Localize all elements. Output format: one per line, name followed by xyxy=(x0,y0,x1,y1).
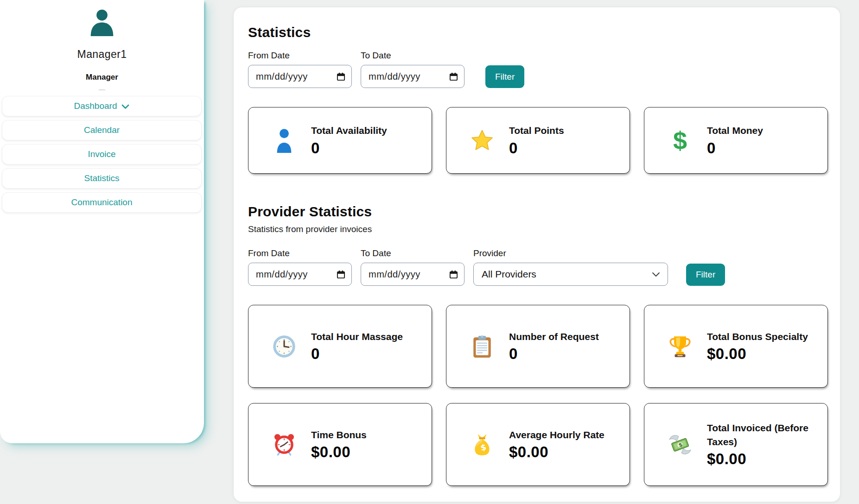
provider-select[interactable]: All Providers xyxy=(473,263,668,286)
sidebar-nav: Dashboard Calendar Invoice Statistics Co… xyxy=(0,96,204,213)
sidebar-item-dashboard[interactable]: Dashboard xyxy=(2,96,202,116)
stat-title: Number of Request xyxy=(509,330,599,343)
chevron-down-icon xyxy=(121,104,129,109)
date-placeholder: mm/dd/yyyy xyxy=(369,71,420,82)
dollar-icon: $ xyxy=(673,128,687,153)
user-role: Manager xyxy=(0,73,204,82)
provider-statistics-heading: Provider Statistics xyxy=(248,204,840,220)
stat-value: 0 xyxy=(509,139,564,157)
to-date-label: To Date xyxy=(361,248,464,258)
stat-title: Total Points xyxy=(509,124,564,137)
sidebar-item-communication[interactable]: Communication xyxy=(2,192,202,213)
sidebar-item-statistics[interactable]: Statistics xyxy=(2,168,202,189)
statistics-filter-row: From Date mm/dd/yyyy To Date mm/dd/yyyy xyxy=(248,50,840,88)
avatar xyxy=(0,0,204,38)
stat-title: Total Hour Massage xyxy=(311,330,403,343)
calendar-icon[interactable] xyxy=(449,270,458,279)
stat-title: Time Bonus xyxy=(311,428,367,441)
to-date-input[interactable]: mm/dd/yyyy xyxy=(361,65,464,88)
stat-value: $0.00 xyxy=(707,450,817,468)
calendar-icon[interactable] xyxy=(337,270,345,279)
stat-value: 0 xyxy=(509,345,599,363)
sidebar-item-label: Calendar xyxy=(84,125,120,135)
provider-label: Provider xyxy=(473,248,668,258)
sidebar-item-label: Statistics xyxy=(84,173,119,183)
provider-filter-button[interactable]: Filter xyxy=(686,264,725,286)
from-date-input[interactable]: mm/dd/yyyy xyxy=(248,65,352,88)
person-avatar-icon xyxy=(88,7,116,36)
money-bag-icon: $ xyxy=(471,433,494,457)
stat-card-total-hour-massage: Total Hour Massage 0 xyxy=(248,305,432,388)
stat-value: 0 xyxy=(311,345,403,363)
sidebar-item-invoice[interactable]: Invoice xyxy=(2,144,202,164)
sidebar-item-label: Dashboard xyxy=(74,101,117,111)
stat-card-total-points: Total Points 0 xyxy=(446,107,630,174)
calendar-icon[interactable] xyxy=(449,72,458,81)
stat-title: Total Bonus Specialty xyxy=(707,330,808,343)
stat-value: $0.00 xyxy=(707,345,808,363)
stat-value: $0.00 xyxy=(509,443,604,461)
stat-card-number-of-request: Number of Request 0 xyxy=(446,305,630,388)
stat-card-average-hourly-rate: $ Average Hourly Rate $0.00 xyxy=(446,403,630,486)
provider-cards: Total Hour Massage 0 xyxy=(248,305,840,486)
sidebar: Manager1 Manager Dashboard Calendar Invo… xyxy=(0,0,204,443)
stat-card-total-availability: Total Availability 0 xyxy=(248,107,432,174)
calendar-icon[interactable] xyxy=(337,72,345,81)
provider-from-date-input[interactable]: mm/dd/yyyy xyxy=(248,263,352,286)
money-wings-icon: $ xyxy=(668,433,692,457)
stat-card-total-invoiced: $ Total Invoiced (Before Taxes) $0.00 xyxy=(644,403,828,486)
date-placeholder: mm/dd/yyyy xyxy=(256,71,308,82)
date-placeholder: mm/dd/yyyy xyxy=(369,269,420,280)
user-name: Manager1 xyxy=(0,48,204,61)
from-date-label: From Date xyxy=(248,248,352,258)
stat-title: Total Invoiced (Before Taxes) xyxy=(707,421,817,448)
stat-title: Total Availability xyxy=(311,124,387,137)
sidebar-item-calendar[interactable]: Calendar xyxy=(2,120,202,140)
stat-title: Average Hourly Rate xyxy=(509,428,604,441)
stat-card-total-bonus-specialty: Total Bonus Specialty $0.00 xyxy=(644,305,828,388)
sidebar-item-label: Invoice xyxy=(88,149,115,159)
alarm-clock-icon xyxy=(273,433,296,457)
clock-icon xyxy=(273,335,296,358)
sidebar-item-label: Communication xyxy=(71,197,133,208)
stat-value: 0 xyxy=(707,139,763,157)
filter-button[interactable]: Filter xyxy=(485,65,524,88)
main-panel: Statistics From Date mm/dd/yyyy To Date … xyxy=(234,7,840,502)
stat-card-time-bonus: Time Bonus $0.00 xyxy=(248,403,432,486)
stat-title: Total Money xyxy=(707,124,763,137)
provider-select-value: All Providers xyxy=(482,269,536,280)
provider-filter-row: From Date mm/dd/yyyy To Date mm/dd/yyyy xyxy=(248,248,840,286)
from-date-label: From Date xyxy=(248,50,352,61)
provider-statistics-subtitle: Statistics from provider invoices xyxy=(248,224,840,234)
to-date-label: To Date xyxy=(361,50,464,61)
star-icon xyxy=(471,129,494,152)
date-placeholder: mm/dd/yyyy xyxy=(256,269,308,280)
stat-value: 0 xyxy=(311,139,387,157)
provider-to-date-input[interactable]: mm/dd/yyyy xyxy=(361,263,464,286)
person-icon xyxy=(276,127,292,153)
stat-card-total-money: $ Total Money 0 xyxy=(644,107,828,174)
stat-value: $0.00 xyxy=(311,443,367,461)
trophy-icon xyxy=(668,334,692,359)
chevron-down-icon xyxy=(652,272,660,277)
divider-dash xyxy=(99,89,105,90)
clipboard-icon xyxy=(471,334,493,359)
statistics-heading: Statistics xyxy=(248,25,840,40)
statistics-cards: Total Availability 0 Total Points 0 $ To… xyxy=(248,107,840,174)
